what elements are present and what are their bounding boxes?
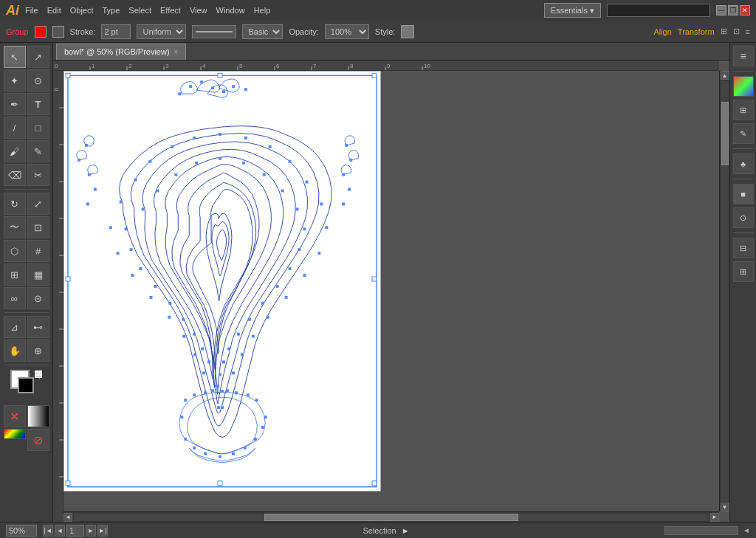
direct-selection-tool[interactable]: ↗ [27, 46, 49, 68]
v-scroll-thumb[interactable] [721, 102, 729, 165]
appearance-btn[interactable]: ⊙ [733, 207, 754, 228]
magic-wand-tool[interactable]: ✦ [4, 69, 26, 92]
svg-rect-102 [130, 248, 133, 251]
fill-swatch[interactable] [35, 26, 47, 38]
line-tool[interactable]: / [4, 117, 26, 139]
svg-rect-112 [78, 159, 80, 162]
svg-rect-35 [218, 73, 222, 77]
status-arrow-icon: ► [402, 526, 410, 535]
v-scrollbar[interactable]: ▲ ▼ [719, 71, 729, 511]
symbols-panel-btn[interactable]: ♣ [733, 154, 754, 174]
svg-text:1: 1 [92, 63, 95, 69]
v-scroll-down[interactable]: ▼ [721, 503, 729, 511]
graphic-styles-btn[interactable]: ■ [733, 184, 754, 204]
stroke-swatch[interactable] [52, 26, 64, 38]
menu-view[interactable]: View [190, 6, 207, 15]
live-paint-tool[interactable]: ⬡ [4, 240, 26, 262]
scale-tool[interactable]: ⤢ [27, 193, 49, 215]
artboards-panel-btn[interactable]: ⊞ [733, 261, 754, 282]
h-scrollbar[interactable]: ◄ ► [63, 511, 719, 522]
opacity-select[interactable]: 100% [325, 24, 369, 39]
gradient-tool[interactable]: ▦ [27, 263, 49, 286]
canvas-document [63, 71, 381, 492]
svg-rect-44 [148, 160, 151, 163]
swatches-panel-btn[interactable]: ⊞ [733, 100, 754, 120]
scissors-tool[interactable]: ✂ [27, 164, 49, 186]
style-swatch[interactable] [401, 25, 414, 38]
title-bar: Ai File Edit Object Type Select Effect V… [0, 0, 756, 21]
paintbrush-tool[interactable]: 🖌 [4, 140, 26, 162]
minimize-button[interactable]: — [716, 5, 726, 15]
h-scroll-left[interactable]: ◄ [63, 513, 72, 522]
restore-button[interactable]: ❐ [728, 5, 738, 15]
close-button[interactable]: ✕ [740, 5, 750, 15]
document-tab[interactable]: bowl* @ 50% (RGB/Preview) × [56, 44, 186, 60]
eyedropper-tool[interactable]: ⊿ [4, 316, 26, 338]
menu-help[interactable]: Help [254, 6, 271, 15]
stroke-value-input[interactable]: 2 pt [101, 24, 131, 39]
stroke-type-select[interactable]: Uniform [137, 24, 186, 39]
selection-tool[interactable]: ↖ [4, 46, 26, 68]
none-fill[interactable]: ✕ [4, 405, 26, 427]
menu-effect[interactable]: Effect [160, 6, 181, 15]
page-number-input[interactable]: 1 [66, 525, 84, 537]
menu-window[interactable]: Window [216, 6, 245, 15]
align-label[interactable]: Align [653, 27, 671, 36]
pen-tool[interactable]: ✒ [4, 93, 26, 115]
next-page-btn[interactable]: ► [86, 525, 96, 537]
menu-select[interactable]: Select [128, 6, 151, 15]
svg-rect-61 [226, 389, 229, 392]
none-icon[interactable]: ⊘ [27, 429, 49, 451]
svg-rect-46 [193, 137, 196, 139]
lasso-tool[interactable]: ⊙ [27, 69, 49, 92]
v-scroll-up[interactable]: ▲ [721, 71, 729, 80]
svg-rect-105 [189, 85, 192, 88]
type-tool[interactable]: T [27, 93, 49, 115]
menu-edit[interactable]: Edit [47, 6, 61, 15]
pencil-tool[interactable]: ✎ [27, 140, 49, 162]
first-page-btn[interactable]: |◄ [43, 525, 53, 537]
color-mode[interactable] [4, 429, 26, 439]
search-input[interactable] [607, 4, 710, 17]
options-bar: Group Stroke: 2 pt Uniform Basic Opacity… [0, 21, 756, 43]
prev-page-btn[interactable]: ◄ [55, 525, 65, 537]
solid-fill[interactable] [27, 405, 49, 427]
transform-label[interactable]: Transform [678, 27, 715, 36]
tool-row-fill: ✕ [4, 405, 49, 427]
artwork [64, 72, 380, 491]
brushes-panel-btn[interactable]: ✎ [733, 123, 754, 144]
workspace-button[interactable]: Essentials ▾ [544, 3, 601, 18]
mesh-tool[interactable]: ⊞ [4, 263, 26, 286]
status-arrow-right: ◄ [743, 526, 750, 534]
svg-rect-114 [94, 188, 97, 191]
warp-tool[interactable]: 〜 [4, 216, 26, 238]
layers-panel-btn[interactable]: ⊟ [733, 238, 754, 258]
h-scroll-thumb[interactable] [264, 514, 518, 521]
color-panel-btn[interactable]: ⬜ [733, 76, 754, 97]
stroke-color[interactable] [18, 377, 34, 393]
free-transform-tool[interactable]: ⊡ [27, 216, 49, 238]
perspective-tool[interactable]: # [27, 240, 49, 262]
swap-colors[interactable]: ⇆ [34, 370, 43, 379]
menu-type[interactable]: Type [103, 6, 120, 15]
last-page-btn[interactable]: ►| [97, 525, 108, 537]
stroke-style-select[interactable]: Basic [242, 24, 283, 39]
menu-object[interactable]: Object [70, 6, 94, 15]
h-scroll-right[interactable]: ► [710, 513, 719, 522]
tool-row-6: ⌫ ✂ [4, 164, 49, 186]
panel-expand[interactable]: ≡ [733, 46, 754, 66]
eraser-tool[interactable]: ⌫ [4, 164, 26, 186]
rotate-tool[interactable]: ↻ [4, 193, 26, 215]
hand-tool[interactable]: ✋ [4, 339, 26, 362]
svg-rect-107 [211, 86, 214, 89]
rectangle-tool[interactable]: □ [27, 117, 49, 139]
zoom-input[interactable]: 50% [6, 525, 37, 537]
zoom-tool[interactable]: ⊕ [27, 339, 49, 362]
artboard-tool[interactable]: ⊝ [27, 287, 49, 309]
tool-row-10: ⊞ ▦ [4, 263, 49, 286]
blend-tool[interactable]: ∞ [4, 287, 26, 309]
tab-close[interactable]: × [174, 48, 179, 56]
menu-file[interactable]: File [25, 6, 38, 15]
title-right: Essentials ▾ — ❐ ✕ [544, 3, 750, 18]
measure-tool[interactable]: ⊷ [27, 316, 49, 338]
